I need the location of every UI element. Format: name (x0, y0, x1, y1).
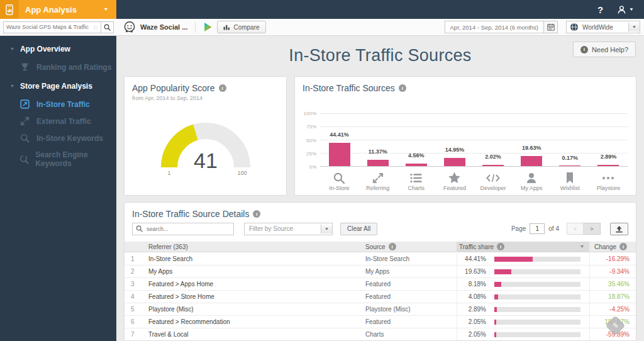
pagination: Page of 4 < > (511, 223, 628, 235)
filter-by-source-select[interactable]: Filter by Source ▼ (244, 223, 333, 235)
brand-title: App Analysis (25, 5, 77, 14)
row-rank: 2 (125, 268, 147, 275)
table-row[interactable]: 5Playstore (Misc)Playstore (Misc)2.89%-4… (125, 303, 636, 316)
row-referrer: Travel & Local (147, 331, 363, 338)
row-change: -9.34% (589, 266, 636, 277)
info-icon[interactable]: i (619, 243, 627, 250)
sidebar-item-external-traffic[interactable]: External Traffic (0, 113, 116, 130)
app-analysis-brand[interactable]: App Analysis ▼ (0, 0, 116, 19)
category-charts[interactable]: Charts (397, 167, 435, 195)
prev-page-button[interactable]: < (567, 223, 584, 235)
bar[interactable] (444, 158, 465, 166)
bar[interactable] (367, 160, 389, 166)
source-header[interactable]: Source i (363, 243, 457, 250)
category-wishlist[interactable]: Wishlist (551, 167, 589, 195)
info-icon[interactable]: i (253, 210, 260, 218)
bar[interactable] (521, 156, 542, 166)
table-row[interactable]: 2My AppsMy Apps19.63%-9.34% (125, 266, 636, 278)
row-source: Charts (363, 331, 457, 338)
category-my-apps[interactable]: My Apps (513, 167, 551, 195)
code-icon (486, 172, 501, 184)
row-traffic-share: 2.89% (457, 303, 589, 315)
table-row[interactable]: 3Featured > Apps HomeFeatured8.18%35.46% (125, 278, 636, 291)
bar[interactable] (559, 165, 580, 167)
chevron-down-icon: ▼ (103, 7, 109, 12)
page-input[interactable] (530, 223, 545, 234)
sidebar-section-app-overview[interactable]: ▼ App Overview (0, 38, 116, 59)
category-featured[interactable]: Featured (435, 167, 474, 195)
bar[interactable] (597, 165, 619, 166)
sort-desc-icon: ▼ (579, 244, 585, 249)
popularity-gauge: 41 1 100 (143, 109, 269, 180)
bar-chart-plot: 44.41%11.37%4.56%14.95%2.02%19.63%0.17%2… (320, 113, 628, 167)
category-developer[interactable]: Developer (474, 167, 513, 195)
user-icon (617, 5, 626, 14)
bar[interactable] (482, 165, 504, 166)
filter-dropdown-button[interactable]: ▼ (321, 224, 332, 233)
table-body: 1In-Store SearchIn-Store Search44.41%-16… (125, 253, 636, 341)
next-page-button[interactable]: > (584, 223, 601, 235)
sidebar-section-store-page-analysis[interactable]: ▼ Store Page Analysis (0, 75, 116, 96)
date-range-picker[interactable]: Apr, 2014 - Sep, 2014 (6 months) (445, 21, 558, 33)
item-label: In-Store Traffic (36, 100, 90, 109)
bar-value-label: 2.02% (470, 154, 516, 160)
search-icon (104, 24, 111, 31)
bar[interactable] (329, 143, 350, 166)
toolbar-right: Apr, 2014 - Sep, 2014 (6 months) WorldWi… (445, 21, 644, 33)
info-icon[interactable]: i (497, 243, 504, 250)
details-title: In-Store Traffic Source Details (132, 209, 249, 219)
star-icon[interactable]: ☆ (92, 24, 101, 31)
export-button[interactable] (610, 223, 628, 235)
need-help-button[interactable]: i Need Help? (573, 42, 636, 57)
table-row[interactable]: 7Travel & LocalCharts2.05%-59.89% (125, 328, 636, 341)
row-traffic-share: 44.41% (457, 253, 589, 265)
help-button[interactable]: ? (597, 4, 603, 15)
row-referrer: Featured > Apps Home (147, 281, 363, 288)
referrer-header[interactable]: Referrer (363) (147, 243, 363, 250)
details-search-input[interactable] (145, 225, 230, 233)
row-traffic-share: 4.08% (457, 291, 589, 303)
search-button[interactable] (101, 21, 114, 33)
traffic-share-header[interactable]: Traffic share i ▼ (457, 242, 589, 252)
app-search-input[interactable] (4, 24, 92, 30)
category-in-store[interactable]: In-Store (320, 167, 358, 195)
table-row[interactable]: 6Featured > RecommendationFeatured2.05%1… (125, 316, 636, 328)
row-traffic-share: 8.18% (457, 278, 589, 290)
change-header[interactable]: Change i (589, 242, 636, 252)
bar-value-label: 19.63% (509, 145, 555, 151)
bar[interactable] (406, 164, 427, 166)
category-playstore[interactable]: Playstore (589, 167, 628, 195)
user-menu-button[interactable]: ▼ (617, 5, 634, 14)
category-referring[interactable]: Referring (358, 167, 397, 195)
sidebar-item-search-engine-keywords[interactable]: Search Engine Keywords (0, 147, 116, 172)
compare-button[interactable]: Compare (217, 21, 265, 33)
clear-all-button[interactable]: Clear All (340, 223, 377, 235)
bar-value-label: 44.41% (316, 131, 362, 138)
details-search-box (132, 223, 234, 235)
share-bar-track (494, 307, 580, 312)
bar-slot: 4.56% (397, 113, 435, 166)
info-icon[interactable]: i (399, 84, 406, 92)
sidebar-item-in-store-keywords[interactable]: In-Store Keywords (0, 130, 116, 147)
bar-slot: 2.02% (474, 113, 513, 166)
selected-app-name[interactable]: Waze Social ... (140, 23, 187, 31)
info-icon[interactable]: i (219, 84, 226, 92)
share-bar-fill (494, 307, 497, 312)
topbar-actions: ? ▼ (597, 4, 644, 15)
region-dropdown-button[interactable]: ▼ (628, 23, 640, 31)
share-value: 4.08% (457, 293, 486, 300)
person-icon (525, 172, 538, 184)
sidebar-item-ranking-and-ratings[interactable]: Ranking and Ratings (0, 59, 116, 75)
details-filter-bar: Filter by Source ▼ Clear All Page of 4 <… (132, 222, 628, 235)
row-referrer: Featured > Store Home (147, 293, 363, 300)
sidebar-item-in-store-traffic[interactable]: In-Store Traffic (0, 96, 116, 113)
share-value: 8.18% (457, 281, 486, 288)
row-referrer: In-Store Search (147, 255, 363, 262)
table-row[interactable]: 1In-Store SearchIn-Store Search44.41%-16… (125, 253, 636, 266)
info-icon[interactable]: i (389, 243, 396, 250)
calendar-button[interactable] (543, 21, 557, 33)
phone-analytics-icon (0, 0, 19, 19)
region-select[interactable]: WorldWide ▼ (566, 21, 640, 33)
share-value: 2.05% (457, 331, 486, 338)
table-row[interactable]: 4Featured > Store HomeFeatured4.08%18.87… (125, 291, 636, 303)
